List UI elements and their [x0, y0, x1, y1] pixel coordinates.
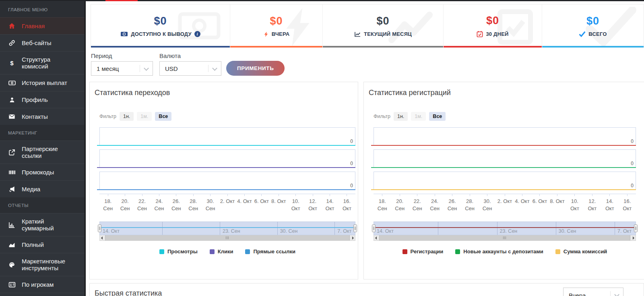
filter-1month-button[interactable]: 1м. — [137, 112, 152, 121]
x-axis-label: 22.Сен — [409, 194, 426, 212]
sidebar-section-reports: ОТЧЕТЫ — [0, 197, 85, 213]
sidebar-item-media[interactable]: Медиа — [0, 180, 85, 197]
filter-all-button[interactable]: Все — [429, 112, 446, 121]
filter-1week-button[interactable]: 1н. — [394, 112, 408, 121]
x-axis-label: 6. Окт — [531, 194, 548, 205]
sidebar-item-by-subpartners[interactable]: По суб-партнерам — [0, 293, 85, 296]
legend-item[interactable]: Просмотры — [159, 248, 198, 255]
x-axis-label: 22.Сен — [134, 194, 151, 212]
x-axis-label: 8. Окт — [549, 194, 566, 205]
sidebar-section-main: ГЛАВНОЕ МЕНЮ — [0, 2, 85, 17]
x-axis: 18.Сен 20.Сен 22.Сен 24.Сен 26.Сен — [99, 194, 355, 212]
period-select[interactable]: 1 месяц — [91, 61, 153, 76]
x-axis-label: 18.Сен — [99, 194, 116, 212]
check-square-watermark-icon — [495, 7, 535, 48]
legend-item[interactable]: Клики — [210, 248, 233, 255]
chart-card-registrations: Статистика регистраций Фильтр 1н. 1м. Вс… — [363, 82, 644, 279]
navigator-right-handle[interactable] — [353, 225, 357, 232]
quick-stats-card: Быстрая статистика Вчера — [89, 283, 644, 296]
filter-1week-button[interactable]: 1н. — [120, 112, 134, 121]
sidebar-item-commission[interactable]: $ Структура комиссий — [0, 51, 85, 74]
chart-title: Статистика переходов — [90, 82, 358, 97]
scrollbar-left-arrow[interactable] — [101, 236, 103, 240]
sidebar-item-websites[interactable]: Веб-сайты — [0, 34, 85, 51]
x-axis-label: 28.Сен — [185, 194, 202, 212]
legend-label: Прямые ссылки — [253, 248, 295, 255]
progress-segment — [105, 0, 138, 1]
sidebar-item-label: Краткий суммарный — [22, 218, 76, 232]
navigator-left-handle[interactable] — [98, 225, 101, 232]
navigator-label: 7. Окт — [615, 228, 632, 234]
top-progress-bar — [0, 0, 644, 1]
stat-card-yesterday: $0 ВЧЕРА — [230, 4, 322, 48]
currency-select[interactable]: USD — [159, 61, 221, 76]
info-icon[interactable]: i — [194, 31, 200, 37]
legend-item[interactable]: Новые аккаунты с депозитами — [455, 248, 543, 255]
sidebar-item-by-players[interactable]: По игрокам — [0, 276, 85, 293]
sidebar-item-label: Структура комиссий — [22, 56, 76, 70]
sidebar-item-profile[interactable]: Профиль — [0, 91, 85, 108]
currency-label: Валюта — [159, 52, 181, 59]
navigator-label: 14. Окт — [100, 228, 120, 234]
chart-filter-label: Фильтр — [99, 114, 116, 119]
chart-line-icon — [354, 31, 361, 37]
sidebar-item-contacts[interactable]: Контакты — [0, 108, 85, 125]
sidebar-item-label: Профиль — [22, 96, 48, 103]
scrollbar-thumb[interactable] — [105, 235, 350, 240]
currency-select-value: USD — [165, 65, 178, 72]
navigator-left-handle[interactable] — [372, 225, 376, 232]
x-axis-label: 2. Окт — [496, 194, 513, 205]
sidebar-item-summary-report[interactable]: Краткий суммарный — [0, 213, 85, 236]
legend-swatch — [159, 249, 164, 254]
apply-button[interactable]: ПРИМЕНИТЬ — [226, 61, 285, 76]
sidebar-item-home[interactable]: Главная — [0, 17, 85, 34]
sidebar-item-partner-links[interactable]: Партнерские ссылки — [0, 141, 85, 164]
filter-all-button[interactable]: Все — [155, 112, 171, 121]
chevron-down-icon — [212, 66, 217, 71]
legend-swatch — [210, 249, 215, 254]
stat-card-available: $0 ДОСТУПНО К ВЫВОДУ i — [91, 4, 230, 48]
y-axis-zero-label: 0 — [631, 161, 634, 166]
navigator-right-handle[interactable] — [634, 225, 638, 232]
scrollbar-thumb[interactable] — [379, 235, 630, 240]
bolt-watermark-icon — [280, 7, 316, 48]
series-line — [97, 145, 355, 146]
sidebar-item-marketing-tools[interactable]: Маркетинговые инструменты — [0, 253, 85, 276]
x-axis-label: 8. Окт — [270, 194, 287, 205]
calendar-check-icon — [477, 31, 483, 37]
id-card-icon — [8, 281, 16, 288]
chart-navigator[interactable]: 23. Сен30. Сен7. Окт14. Окт — [99, 221, 355, 235]
plot-area: 0 0 0 18.Сен — [374, 127, 636, 255]
scrollbar-right-arrow[interactable] — [352, 236, 354, 240]
legend-label: Сумма комиссий — [564, 248, 607, 255]
chart-scrollbar[interactable] — [374, 235, 636, 241]
stat-label-text: 30 ДНЕЙ — [486, 31, 508, 37]
chart-scrollbar[interactable] — [99, 235, 355, 241]
scrollbar-grip-icon — [226, 236, 229, 239]
user-icon — [8, 97, 16, 103]
scrollbar-left-arrow[interactable] — [375, 236, 377, 240]
legend-item[interactable]: Прямые ссылки — [245, 248, 295, 255]
scrollbar-right-arrow[interactable] — [633, 236, 634, 240]
sidebar-item-payout-history[interactable]: История выплат — [0, 74, 85, 91]
period-select-value: 1 месяц — [97, 65, 119, 72]
x-axis-label: 12.Окт — [584, 194, 601, 212]
accent-bar — [91, 46, 230, 48]
chart-legend: Регистрации Новые аккаунты с депозитами … — [374, 248, 636, 255]
legend-item[interactable]: Сумма комиссий — [555, 248, 607, 255]
navigator-series-line — [100, 227, 355, 228]
sidebar-item-full-report[interactable]: Полный — [0, 236, 85, 253]
sidebar-item-promocodes[interactable]: Промокоды — [0, 164, 85, 180]
legend-item[interactable]: Регистрации — [402, 248, 444, 255]
filter-1month-button[interactable]: 1м. — [411, 112, 426, 121]
quick-stats-period-select[interactable]: Вчера — [563, 288, 623, 296]
x-axis-label: 26.Сен — [444, 194, 461, 212]
chart-navigator[interactable]: 23. Сен30. Сен7. Окт14. Окт — [374, 221, 636, 235]
chart-legend: Просмотры Клики Прямые ссылки — [99, 248, 355, 255]
stat-label-text: ВЧЕРА — [272, 31, 290, 37]
navigator-label: 30. Сен — [556, 228, 576, 234]
chart-filter-label: Фильтр — [374, 114, 390, 119]
x-axis-label: 10.Окт — [287, 194, 304, 212]
x-axis-label: 24.Сен — [426, 194, 443, 212]
bar-chart-icon — [8, 221, 16, 228]
